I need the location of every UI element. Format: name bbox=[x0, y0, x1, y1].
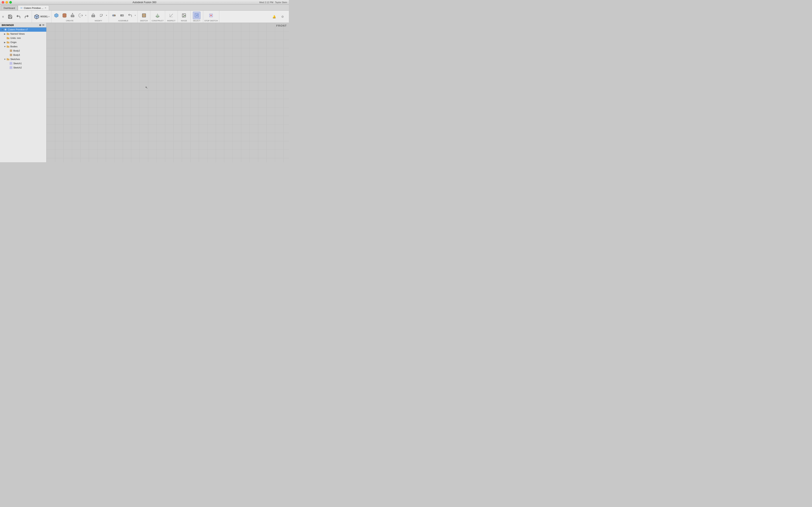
maximize-button[interactable] bbox=[9, 1, 12, 4]
expand-named-views[interactable]: ▶ bbox=[3, 33, 6, 35]
undo-button[interactable] bbox=[14, 13, 22, 20]
toolbar-section-modify: ▾ MODIFY bbox=[88, 11, 109, 22]
create-dropdown-btn[interactable]: ▾ bbox=[85, 14, 87, 17]
modify-dropdown-btn[interactable]: ▾ bbox=[105, 14, 107, 17]
close-button[interactable] bbox=[2, 1, 4, 4]
browser-title: BROWSER bbox=[2, 24, 14, 26]
create-revolve-btn[interactable] bbox=[77, 12, 84, 19]
modify-fillet-btn[interactable] bbox=[98, 12, 105, 19]
toolbar-section-select: SELECT bbox=[191, 11, 203, 22]
inspect-measure-btn[interactable] bbox=[167, 12, 175, 19]
toolbar-section-assemble: ▾ ASSEMBLE bbox=[109, 11, 138, 22]
model-selector[interactable]: MODEL ▾ bbox=[32, 11, 51, 22]
tree-label-root: Cistern Primitive v7 bbox=[8, 28, 28, 31]
tree-item-sketches[interactable]: ▼ Sketches bbox=[0, 57, 46, 61]
model-cube-icon bbox=[34, 13, 40, 20]
tab-dashboard[interactable]: Dashboard bbox=[1, 5, 18, 10]
expand-sketches[interactable]: ▼ bbox=[3, 58, 6, 60]
assemble-rigid-btn[interactable] bbox=[118, 12, 126, 19]
expand-units: ▶ bbox=[3, 37, 6, 39]
component-icon bbox=[4, 28, 7, 31]
tree-label-body2: Body2 bbox=[13, 49, 20, 52]
tab-cistern-label: Cistern Primitive ... bbox=[24, 7, 43, 9]
assemble-dropdown-btn[interactable]: ▾ bbox=[134, 14, 136, 17]
inspect-label: INSPECT bbox=[167, 20, 175, 22]
create-cylinder-btn[interactable] bbox=[61, 12, 68, 19]
folder-icon bbox=[6, 32, 10, 36]
toolbar-right: 🔔 ⚙ bbox=[270, 13, 288, 20]
traffic-lights bbox=[2, 1, 12, 4]
time-display: Wed 2:12 PM bbox=[259, 1, 273, 4]
window-title: Autodesk Fusion 360 bbox=[133, 1, 156, 4]
tree-item-origin[interactable]: ▶ Origin bbox=[0, 40, 46, 44]
notification-btn[interactable]: 🔔 bbox=[270, 13, 278, 20]
title-bar-info: Wed 2:12 PM Taylor Stein bbox=[259, 1, 287, 4]
sketches-folder-icon bbox=[6, 57, 10, 61]
tree-item-sketch1[interactable]: ▶ Sketch1 bbox=[0, 61, 46, 65]
create-label: CREATE bbox=[66, 20, 73, 22]
settings-btn[interactable]: ⚙ bbox=[279, 13, 286, 20]
tree-label-sketch2: Sketch2 bbox=[13, 66, 22, 69]
select-box-btn[interactable] bbox=[193, 12, 200, 19]
create-extrude-btn[interactable] bbox=[69, 12, 77, 19]
toolbar-area: ≡ MODEL ▾ bbox=[0, 11, 289, 23]
tab-bar: Dashboard ✏ Cistern Primitive ... ✕ bbox=[0, 5, 289, 11]
tab-close-icon[interactable]: ✕ bbox=[45, 7, 46, 9]
body3-icon bbox=[9, 53, 13, 57]
browser-controls: ◉ ≫ bbox=[39, 24, 45, 26]
tree-item-named-views[interactable]: ▶ Named Views bbox=[0, 32, 46, 36]
construct-label: CONSTRUCT bbox=[152, 20, 164, 22]
tree-label-origin: Origin bbox=[10, 41, 16, 44]
minimize-button[interactable] bbox=[5, 1, 8, 4]
panel-toggle[interactable]: ≡ bbox=[1, 11, 5, 22]
create-box-btn[interactable] bbox=[53, 12, 60, 19]
redo-button[interactable] bbox=[23, 13, 31, 20]
sketch-label: SKETCH bbox=[140, 20, 148, 22]
origin-icon bbox=[6, 41, 10, 44]
tree-label-bodies: Bodies bbox=[10, 45, 17, 48]
expand-origin[interactable]: ▶ bbox=[3, 41, 6, 44]
tree-item-body2[interactable]: ▶ Body2 bbox=[0, 49, 46, 53]
toolbar-section-create: ▾ CREATE bbox=[51, 11, 88, 22]
dashboard-tab-label: Dashboard bbox=[4, 7, 15, 9]
model-label: MODEL bbox=[40, 15, 48, 18]
tree-item-bodies[interactable]: ▼ Bodies bbox=[0, 44, 46, 49]
assemble-joint-btn[interactable] bbox=[110, 12, 118, 19]
tree-item-units[interactable]: ▶ Units: mm bbox=[0, 36, 46, 40]
toolbar-section-image: IMAGE bbox=[178, 11, 191, 22]
construct-plane-btn[interactable] bbox=[154, 12, 161, 19]
stop-sketch-btn[interactable] bbox=[207, 12, 215, 19]
browser-collapse-btn[interactable]: ◉ bbox=[39, 24, 41, 26]
tab-cistern-icon: ✏ bbox=[20, 7, 22, 9]
svg-marker-3 bbox=[71, 14, 74, 15]
svg-rect-9 bbox=[120, 14, 122, 16]
expand-bodies[interactable]: ▼ bbox=[3, 45, 6, 48]
tree-item-body3[interactable]: ▶ Body3 bbox=[0, 53, 46, 57]
select-label: SELECT bbox=[193, 20, 200, 22]
toolbar-sections: ▾ CREATE ▾ bbox=[51, 11, 270, 22]
tree-item-root[interactable]: ▼ Cistern Primitive v7 bbox=[0, 27, 46, 32]
image-render-btn[interactable] bbox=[180, 12, 188, 19]
image-label: IMAGE bbox=[181, 20, 187, 22]
tree-item-sketch2[interactable]: ▶ Sketch2 bbox=[0, 65, 46, 70]
main-area: BROWSER ◉ ≫ ▼ Cistern Primitive v7 ▶ bbox=[0, 23, 289, 162]
svg-rect-26 bbox=[10, 54, 12, 56]
sketch2-icon bbox=[9, 66, 13, 69]
tree-label-sketch1: Sketch1 bbox=[13, 62, 22, 65]
title-bar: Autodesk Fusion 360 Wed 2:12 PM Taylor S… bbox=[0, 0, 289, 5]
browser-close-btn[interactable]: ≫ bbox=[42, 24, 45, 26]
svg-rect-2 bbox=[71, 15, 74, 17]
tab-cistern[interactable]: ✏ Cistern Primitive ... ✕ bbox=[18, 5, 49, 10]
sketch-section-btn[interactable] bbox=[140, 12, 148, 19]
browser-tree: ▼ Cistern Primitive v7 ▶ Named Views ▶ bbox=[0, 27, 46, 70]
assemble-undo-btn[interactable] bbox=[126, 12, 134, 19]
save-button[interactable] bbox=[6, 13, 14, 20]
svg-rect-10 bbox=[122, 14, 123, 16]
expand-root[interactable]: ▼ bbox=[1, 29, 4, 31]
modify-press-btn[interactable] bbox=[90, 12, 97, 19]
svg-point-18 bbox=[183, 14, 184, 15]
tree-label-body3: Body3 bbox=[13, 54, 20, 56]
browser-header: BROWSER ◉ ≫ bbox=[0, 23, 46, 27]
viewport[interactable]: FRONT bbox=[47, 23, 289, 162]
sidebar: BROWSER ◉ ≫ ▼ Cistern Primitive v7 ▶ bbox=[0, 23, 47, 162]
